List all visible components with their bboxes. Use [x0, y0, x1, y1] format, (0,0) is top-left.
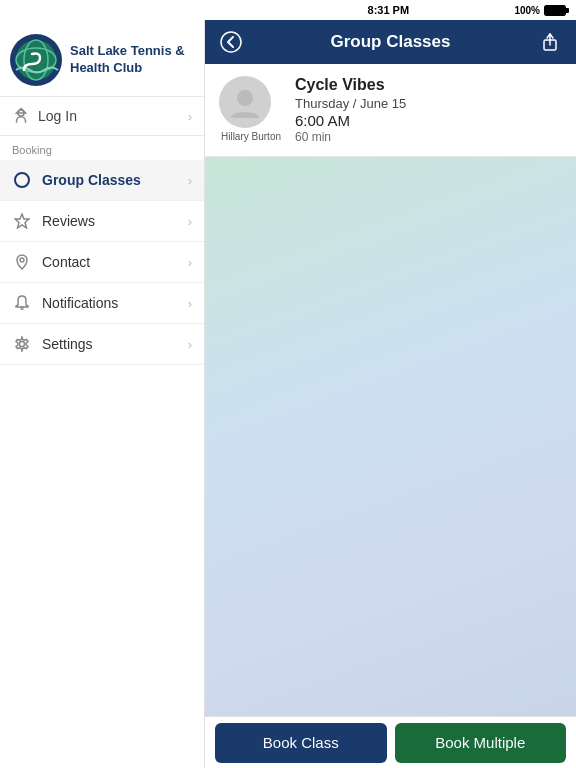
back-button[interactable]	[215, 26, 247, 58]
reviews-chevron: ›	[188, 214, 192, 229]
sidebar-logo: Salt Lake Tennis & Health Club	[0, 20, 204, 97]
sidebar-login[interactable]: Log In ›	[0, 97, 204, 136]
battery-icon	[544, 5, 566, 16]
instructor-name: Hillary Burton	[220, 131, 282, 142]
sidebar-item-contact[interactable]: Contact ›	[0, 242, 204, 283]
svg-point-8	[20, 258, 24, 262]
class-info: Cycle Vibes Thursday / June 15 6:00 AM 6…	[295, 76, 562, 144]
book-multiple-button[interactable]: Book Multiple	[395, 723, 567, 763]
login-label: Log In	[38, 108, 188, 124]
nav-bar: Group Classes	[205, 20, 576, 64]
group-classes-chevron: ›	[188, 173, 192, 188]
svg-point-6	[15, 173, 29, 187]
nav-title: Group Classes	[331, 32, 451, 52]
book-class-button[interactable]: Book Class	[215, 723, 387, 763]
svg-point-1	[16, 40, 56, 80]
circle-icon	[12, 170, 32, 190]
settings-chevron: ›	[188, 337, 192, 352]
gear-icon	[12, 334, 32, 354]
svg-point-11	[221, 32, 241, 52]
login-chevron: ›	[188, 109, 192, 124]
sidebar-section-label: Booking	[0, 136, 204, 160]
sidebar-item-group-classes[interactable]: Group Classes ›	[0, 160, 204, 201]
location-icon	[12, 252, 32, 272]
gradient-area	[205, 157, 576, 716]
group-classes-label: Group Classes	[42, 172, 188, 188]
sidebar-item-notifications[interactable]: Notifications ›	[0, 283, 204, 324]
instructor-avatar	[219, 76, 271, 128]
notifications-chevron: ›	[188, 296, 192, 311]
status-time: 8:31 PM	[262, 4, 514, 16]
star-icon	[12, 211, 32, 231]
svg-marker-7	[15, 214, 29, 228]
bell-icon	[12, 293, 32, 313]
notifications-label: Notifications	[42, 295, 188, 311]
settings-label: Settings	[42, 336, 188, 352]
user-icon	[12, 107, 30, 125]
sidebar-item-reviews[interactable]: Reviews ›	[0, 201, 204, 242]
status-bar: 8:31 PM 100%	[0, 0, 576, 20]
bottom-bar: Book Class Book Multiple	[205, 716, 576, 768]
app-container: Salt Lake Tennis & Health Club Log In › …	[0, 20, 576, 768]
class-date: Thursday / June 15	[295, 96, 562, 111]
sidebar-item-settings[interactable]: Settings ›	[0, 324, 204, 365]
share-button[interactable]	[534, 26, 566, 58]
sidebar: Salt Lake Tennis & Health Club Log In › …	[0, 20, 205, 768]
logo-text: Salt Lake Tennis & Health Club	[70, 43, 194, 77]
battery-label: 100%	[514, 5, 540, 16]
class-card: Hillary Burton Cycle Vibes Thursday / Ju…	[205, 64, 576, 157]
reviews-label: Reviews	[42, 213, 188, 229]
svg-point-10	[20, 342, 25, 347]
contact-label: Contact	[42, 254, 188, 270]
main-content: Group Classes Hillary Burton	[205, 20, 576, 768]
svg-point-14	[237, 90, 253, 106]
class-time: 6:00 AM	[295, 112, 562, 129]
status-right: 100%	[514, 5, 566, 16]
class-duration: 60 min	[295, 130, 562, 144]
contact-chevron: ›	[188, 255, 192, 270]
class-name: Cycle Vibes	[295, 76, 562, 94]
logo-icon	[10, 34, 62, 86]
